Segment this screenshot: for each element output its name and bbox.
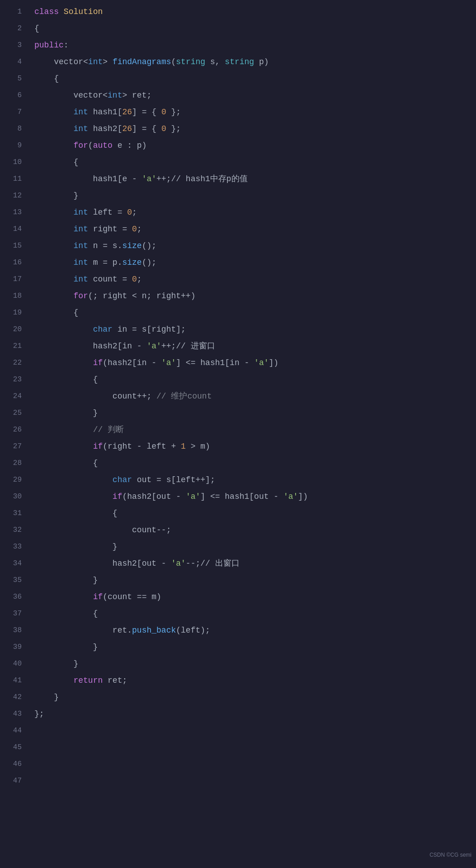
code-line: int hash1[26] = { 0 }; [34, 104, 469, 121]
code-token: 'a' [283, 492, 298, 501]
code-token: 'a' [161, 358, 176, 367]
code-token [59, 7, 64, 16]
code-token: } [34, 659, 78, 668]
code-token: ++;// [156, 174, 181, 183]
line-number: 40 [5, 656, 22, 672]
code-token: { [34, 509, 118, 518]
code-token: char [93, 325, 113, 334]
code-token: 0 [132, 225, 137, 234]
code-line: if(hash2[out - 'a'] <= hash1[out - 'a']) [34, 488, 469, 505]
code-token: int [88, 57, 103, 66]
code-line: if(count == m) [34, 589, 469, 605]
code-token: { [34, 74, 59, 83]
code-token: int [73, 108, 88, 117]
code-token [34, 358, 93, 367]
code-token: hash1中存p的值 [181, 174, 248, 183]
code-token: > [103, 57, 108, 66]
line-number: 27 [5, 438, 22, 455]
line-number: 2 [5, 20, 22, 37]
code-token: }; [166, 124, 181, 133]
code-line: { [34, 455, 469, 472]
code-token [34, 225, 73, 234]
code-token: ]) [298, 492, 308, 501]
code-line: int hash2[26] = { 0 }; [34, 121, 469, 137]
code-token: return [73, 676, 103, 685]
code-token: { [34, 375, 98, 384]
code-line: { [34, 20, 469, 37]
line-number: 24 [5, 388, 22, 405]
code-token [34, 442, 93, 451]
code-line: for(auto e : p) [34, 137, 469, 154]
line-number: 6 [5, 87, 22, 104]
code-token: ]) [269, 358, 279, 367]
code-line: } [34, 656, 469, 672]
line-number: 26 [5, 422, 22, 438]
line-number: 41 [5, 672, 22, 689]
line-number: 9 [5, 137, 22, 154]
line-number: 39 [5, 639, 22, 656]
code-line: { [34, 505, 469, 522]
code-token: int [73, 275, 88, 284]
line-number: 44 [5, 723, 22, 739]
line-number: 25 [5, 405, 22, 422]
line-number: 8 [5, 121, 22, 137]
code-line: } [34, 188, 469, 204]
code-token: push_back [132, 626, 176, 635]
code-token: > [122, 91, 127, 100]
code-token: 1 [181, 442, 186, 451]
line-number: 33 [5, 539, 22, 555]
code-token: ; [137, 225, 142, 234]
code-token: (; right < n; right++) [88, 291, 196, 300]
code-token: ] <= hash1[in - [176, 358, 254, 367]
code-token: ] <= hash1[out - [200, 492, 283, 501]
code-token: hash1[e - [34, 174, 142, 183]
code-token: { [34, 459, 98, 468]
line-number: 7 [5, 104, 22, 121]
code-token: 'a' [171, 559, 185, 568]
code-token [34, 124, 73, 133]
line-number: 43 [5, 706, 22, 723]
code-line: hash1[e - 'a'++;// hash1中存p的值 [34, 171, 469, 188]
code-token: 26 [122, 108, 132, 117]
code-line: } [34, 405, 469, 422]
line-number: 14 [5, 221, 22, 238]
code-token: : [64, 41, 69, 50]
line-number: 37 [5, 605, 22, 622]
code-line: int right = 0; [34, 221, 469, 238]
code-token: hash2[in - [34, 342, 146, 351]
code-content: class Solution{public: vector<int> findA… [27, 4, 476, 864]
code-line: { [34, 154, 469, 171]
code-token: } [34, 408, 98, 418]
code-token: 0 [132, 275, 137, 284]
code-token: right = [88, 225, 132, 234]
code-token: int [73, 241, 88, 250]
code-token: ++;// [161, 342, 186, 351]
code-token [34, 492, 113, 501]
code-token: string [225, 57, 254, 66]
code-token: }; [34, 709, 44, 718]
code-line: if(hash2[in - 'a'] <= hash1[in - 'a']) [34, 355, 469, 371]
code-token: }; [166, 108, 181, 117]
code-token: ( [171, 57, 176, 66]
code-token: ret. [34, 626, 132, 635]
line-number: 17 [5, 271, 22, 288]
line-number: 23 [5, 371, 22, 388]
code-token: ( [88, 141, 93, 150]
code-token: in = s[right]; [113, 325, 186, 334]
code-token: < [103, 91, 108, 100]
code-line [34, 723, 469, 739]
code-container: 1234567891011121314151617181920212223242… [0, 0, 476, 868]
line-number: 31 [5, 505, 22, 522]
code-token: ret; [127, 91, 151, 100]
code-token: 0 [127, 208, 132, 217]
code-token: hash1[ [88, 108, 123, 117]
line-number: 32 [5, 522, 22, 539]
code-line: int left = 0; [34, 204, 469, 221]
code-token: (); [142, 241, 156, 250]
line-number: 36 [5, 589, 22, 605]
code-token [34, 141, 73, 150]
code-line: } [34, 572, 469, 589]
code-token [34, 676, 73, 685]
code-token: 出窗口 [210, 559, 240, 568]
code-token: } [34, 191, 78, 200]
